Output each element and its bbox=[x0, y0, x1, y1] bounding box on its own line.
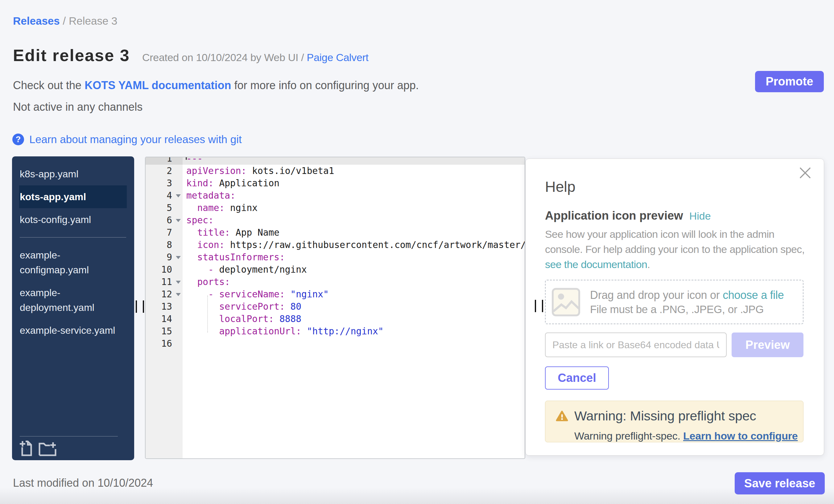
editor-line-13[interactable]: 13 servicePort: 80 bbox=[146, 301, 525, 313]
code-text: applicationUrl: "http://nginx" bbox=[182, 325, 525, 337]
gutter-line-number: 13 bbox=[146, 301, 182, 313]
fold-arrow-icon[interactable] bbox=[176, 219, 181, 222]
editor-line-8[interactable]: 8 icon: https://raw.githubusercontent.co… bbox=[146, 239, 525, 251]
editor-text-cursor bbox=[186, 157, 187, 160]
channel-status: Not active in any channels bbox=[13, 100, 142, 114]
editor-line-9[interactable]: 9 statusInformers: bbox=[146, 251, 525, 263]
see-documentation-link[interactable]: see the documentation bbox=[545, 259, 647, 270]
gutter-line-number: 7 bbox=[146, 226, 182, 239]
file-item-kots-config[interactable]: kots-config.yaml bbox=[19, 208, 127, 231]
code-text: title: App Name bbox=[182, 226, 525, 239]
gutter-line-number: 14 bbox=[146, 313, 182, 325]
editor-indent-guide bbox=[207, 295, 208, 332]
save-release-button[interactable]: Save release bbox=[735, 472, 825, 495]
promote-button[interactable]: Promote bbox=[755, 71, 824, 92]
code-text: - serviceName: "nginx" bbox=[182, 288, 525, 301]
editor-line-14[interactable]: 14 localPort: 8888 bbox=[146, 313, 525, 325]
yaml-editor[interactable]: 1---2apiVersion: kots.io/v1beta13kind: A… bbox=[145, 157, 525, 459]
help-description: See how your application icon will look … bbox=[545, 227, 804, 272]
gutter-line-number: 2 bbox=[146, 165, 182, 177]
editor-line-5[interactable]: 5 name: nginx bbox=[146, 202, 525, 214]
add-folder-icon[interactable] bbox=[39, 442, 57, 456]
file-list-divider bbox=[20, 237, 126, 238]
code-text: apiVersion: kots.io/v1beta1 bbox=[182, 165, 525, 177]
code-text: - deployment/nginx bbox=[182, 263, 525, 276]
file-item-example-service[interactable]: example-service.yaml bbox=[19, 319, 127, 342]
editor-line-7[interactable]: 7 title: App Name bbox=[146, 226, 525, 239]
warning-title-row: Warning: Missing preflight spec bbox=[556, 409, 796, 423]
help-panel: Help Application icon preview Hide See h… bbox=[525, 158, 824, 456]
file-item-kots-app-selected[interactable]: kots-app.yaml bbox=[19, 185, 127, 208]
git-releases-link[interactable]: Learn about managing your releases with … bbox=[29, 133, 242, 146]
cancel-button[interactable]: Cancel bbox=[545, 367, 609, 390]
fold-arrow-icon[interactable] bbox=[176, 194, 181, 197]
warning-title: Warning: Missing preflight spec bbox=[574, 409, 756, 423]
section-header-row: Application icon preview Hide bbox=[545, 208, 804, 223]
editor-line-6[interactable]: 6spec: bbox=[146, 214, 525, 226]
code-text: servicePort: 80 bbox=[182, 301, 525, 313]
file-item-example-configmap[interactable]: example-configmap.yaml bbox=[19, 244, 127, 281]
help-title: Help bbox=[545, 180, 804, 194]
editor-line-10[interactable]: 10 - deployment/nginx bbox=[146, 263, 525, 276]
fold-arrow-icon[interactable] bbox=[176, 293, 181, 296]
close-icon[interactable] bbox=[799, 167, 811, 179]
file-sidebar: k8s-app.yaml kots-app.yaml kots-config.y… bbox=[12, 156, 134, 460]
code-text: statusInformers: bbox=[182, 251, 525, 263]
editor-line-2[interactable]: 2apiVersion: kots.io/v1beta1 bbox=[146, 165, 525, 177]
add-file-icon[interactable] bbox=[20, 440, 32, 456]
editor-line-16[interactable]: 16 bbox=[146, 337, 525, 350]
question-icon: ? bbox=[12, 134, 24, 145]
icon-dropzone[interactable]: Drag and drop your icon or choose a file… bbox=[545, 280, 804, 324]
fold-arrow-icon[interactable] bbox=[176, 281, 181, 284]
code-text: name: nginx bbox=[182, 202, 525, 214]
editor-line-4[interactable]: 4metadata: bbox=[146, 190, 525, 202]
choose-file-link[interactable]: choose a file bbox=[723, 289, 784, 301]
created-line: Created on 10/10/2024 by Web UI / Paige … bbox=[142, 51, 369, 64]
page: Releases / Release 3 Edit release 3 Crea… bbox=[0, 0, 834, 504]
code-text: --- bbox=[182, 157, 525, 165]
git-help-line: ? Learn about managing your releases wit… bbox=[12, 133, 242, 146]
breadcrumb-releases-link[interactable]: Releases bbox=[13, 15, 60, 27]
editor-line-12[interactable]: 12 - serviceName: "nginx" bbox=[146, 288, 525, 301]
breadcrumb-separator: / bbox=[60, 15, 69, 27]
icon-url-input[interactable] bbox=[545, 332, 727, 357]
gutter-line-number: 6 bbox=[146, 214, 182, 226]
gutter-line-number: 1 bbox=[146, 157, 182, 165]
icon-url-row: Preview bbox=[545, 332, 804, 357]
doc-line-suffix: for more info on configuring your app. bbox=[231, 79, 419, 92]
breadcrumb: Releases / Release 3 bbox=[13, 14, 117, 28]
editor-line-1[interactable]: 1--- bbox=[146, 157, 525, 165]
learn-configure-link[interactable]: Learn how to configure bbox=[683, 430, 798, 442]
kots-yaml-doc-link[interactable]: KOTS YAML documentation bbox=[85, 79, 231, 92]
hide-link[interactable]: Hide bbox=[689, 210, 711, 222]
created-text: Created on 10/10/2024 by Web UI / bbox=[142, 51, 307, 63]
file-item-k8s-app[interactable]: k8s-app.yaml bbox=[19, 162, 127, 185]
file-list: k8s-app.yaml kots-app.yaml kots-config.y… bbox=[12, 156, 134, 342]
doc-line-prefix: Check out the bbox=[13, 79, 85, 92]
doc-line: Check out the KOTS YAML documentation fo… bbox=[13, 78, 419, 92]
author-link[interactable]: Paige Calvert bbox=[307, 51, 369, 63]
warning-icon bbox=[556, 410, 568, 422]
section-title: Application icon preview bbox=[545, 208, 683, 223]
editor-help-resize-handle[interactable] bbox=[535, 300, 543, 312]
fold-arrow-icon[interactable] bbox=[176, 256, 181, 259]
editor-code-area[interactable]: 1---2apiVersion: kots.io/v1beta13kind: A… bbox=[146, 157, 525, 350]
gutter-line-number: 4 bbox=[146, 190, 182, 202]
preflight-warning: Warning: Missing preflight spec Warning … bbox=[545, 401, 804, 442]
gutter-line-number: 9 bbox=[146, 251, 182, 263]
dropzone-text: Drag and drop your icon or choose a file bbox=[590, 288, 784, 303]
editor-line-11[interactable]: 11 ports: bbox=[146, 276, 525, 288]
file-item-example-deployment[interactable]: example-deployment.yaml bbox=[19, 281, 127, 319]
editor-line-3[interactable]: 3kind: Application bbox=[146, 177, 525, 190]
warning-detail: Warning preflight-spec. Learn how to con… bbox=[556, 430, 796, 442]
code-text: kind: Application bbox=[182, 177, 525, 190]
sidebar-editor-resize-handle[interactable] bbox=[136, 301, 144, 313]
gutter-line-number: 12 bbox=[146, 288, 182, 301]
sidebar-bottom bbox=[20, 436, 118, 456]
preview-button[interactable]: Preview bbox=[731, 332, 804, 357]
gutter-line-number: 11 bbox=[146, 276, 182, 288]
image-placeholder-icon bbox=[552, 288, 580, 316]
gutter-line-number: 15 bbox=[146, 325, 182, 337]
title-row: Edit release 3 Created on 10/10/2024 by … bbox=[13, 46, 369, 65]
editor-line-15[interactable]: 15 applicationUrl: "http://nginx" bbox=[146, 325, 525, 337]
